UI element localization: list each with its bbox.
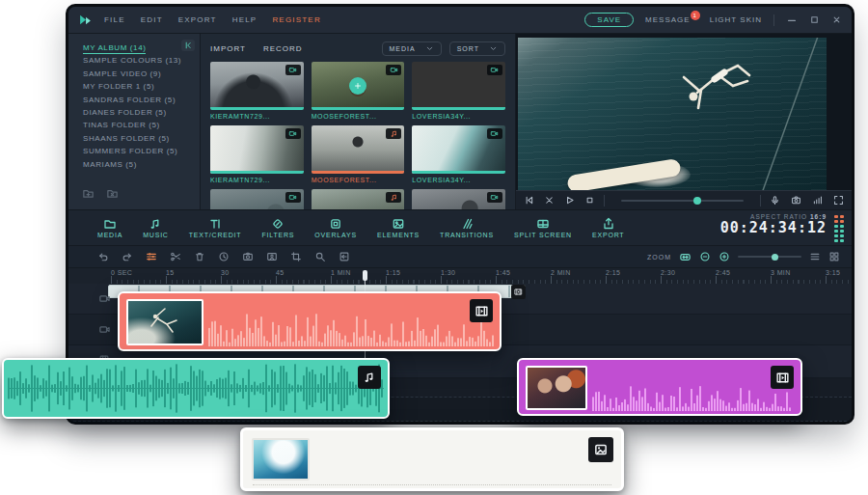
tab-music[interactable]: MUSIC <box>143 217 169 238</box>
media-item-name: MOOSEFOREST... <box>312 113 405 120</box>
menu-edit[interactable]: EDIT <box>141 15 163 24</box>
camera-badge-icon <box>285 192 301 203</box>
media-thumbnail <box>312 125 405 174</box>
grid-view-button[interactable] <box>828 251 840 262</box>
ruler-label-8: 2 MIN <box>551 269 571 276</box>
playhead-handle[interactable] <box>363 270 367 281</box>
motion-button[interactable] <box>266 251 278 262</box>
sidebar-item-3[interactable]: MY FOLDER 1 (5) <box>83 80 200 93</box>
zoom-in-button[interactable] <box>719 251 730 262</box>
media-item-5[interactable]: LOVERSIA34Y... <box>412 125 505 183</box>
media-item-1[interactable]: MOOSEFOREST... <box>312 62 405 120</box>
sidebar-item-2[interactable]: SAMPLE VIDEO (9) <box>83 68 200 80</box>
adjust-button[interactable] <box>146 251 157 262</box>
sidebar-item-4[interactable]: SANDRAS FOLDER (5) <box>83 94 200 106</box>
snapshot-button[interactable] <box>791 195 801 206</box>
zoom-handle[interactable] <box>772 254 778 261</box>
crop-button[interactable] <box>290 251 302 262</box>
scrub-slider[interactable] <box>621 200 744 202</box>
tab-filters[interactable]: FILTERS <box>261 217 294 238</box>
media-item-2[interactable]: LOVERSIA34Y... <box>412 62 505 120</box>
sidebar-item-1[interactable]: SAMPLE COLOURS (13) <box>83 54 200 67</box>
zoom-out-button[interactable] <box>699 251 711 262</box>
media-item-7[interactable] <box>312 189 405 209</box>
delete-folder-button[interactable] <box>106 186 119 204</box>
media-thumbnail <box>210 189 304 209</box>
audio-waveform <box>592 386 791 411</box>
timeline-clip-video-main[interactable] <box>118 291 502 351</box>
media-item-4[interactable]: MOOSEFOREST... <box>312 125 405 183</box>
menu-export[interactable]: EXPORT <box>178 15 217 24</box>
play-button[interactable] <box>564 195 575 206</box>
ruler-label-3: 45 <box>276 269 285 276</box>
sidebar-item-9[interactable]: MARIAMS (5) <box>83 158 200 171</box>
video-clip-badge-icon <box>771 366 794 389</box>
tab-transitions[interactable]: TRANSITIONS <box>440 217 494 238</box>
scrub-handle[interactable] <box>693 197 701 205</box>
tab-media[interactable]: MEDIA <box>97 217 122 238</box>
audio-meter-icon <box>834 215 844 242</box>
zoom-tool-button[interactable] <box>314 251 326 262</box>
list-view-button[interactable] <box>809 251 821 262</box>
camera-badge-icon <box>487 65 502 75</box>
message-button[interactable]: MESSAGE 1 <box>645 15 698 24</box>
menu-help[interactable]: HELP <box>232 15 258 24</box>
timeline-ruler[interactable]: 0 SEC1530451 MIN1:151:301:452 MIN2:152:3… <box>68 267 852 284</box>
tab-overlays[interactable]: OVERLAYS <box>314 217 357 238</box>
tab-elements[interactable]: ELEMENTS <box>377 217 420 238</box>
menu-file[interactable]: FILE <box>104 15 125 24</box>
sort-dropdown[interactable]: SORT <box>449 41 505 56</box>
filmstrip-icon <box>511 285 526 299</box>
sidebar-item-6[interactable]: TINAS FOLDER (5) <box>83 119 200 131</box>
fit-timeline-button[interactable] <box>679 251 692 263</box>
timeline-clip-audio-main[interactable] <box>2 358 390 419</box>
tab-label: TEXT/CREDIT <box>189 232 242 238</box>
save-button[interactable]: SAVE <box>584 13 634 27</box>
redo-button[interactable] <box>122 251 133 262</box>
add-folder-button[interactable] <box>82 186 95 204</box>
clock-button[interactable] <box>218 251 230 262</box>
zoom-slider[interactable] <box>738 256 801 258</box>
record-button[interactable]: RECORD <box>263 44 303 53</box>
timeline-clip-video-second[interactable] <box>517 358 802 416</box>
scissors-button[interactable] <box>170 251 181 262</box>
maximize-button[interactable] <box>809 14 820 25</box>
collapse-sidebar-button[interactable] <box>181 40 195 51</box>
mic-button[interactable] <box>770 195 780 206</box>
skip-start-button[interactable] <box>524 195 534 206</box>
sidebar-item-5[interactable]: DIANES FOLDER (5) <box>83 106 200 119</box>
tab-split-screen[interactable]: SPLIT SCREEN <box>514 217 572 238</box>
sidebar-item-7[interactable]: SHAANS FOLDER (5) <box>83 132 200 145</box>
undo-button[interactable] <box>97 251 109 262</box>
import-button[interactable]: IMPORT <box>210 44 246 53</box>
close-button[interactable] <box>831 14 842 25</box>
media-item-0[interactable]: KIERAMTN729... <box>210 62 304 120</box>
light-skin-button[interactable]: LIGHT SKIN <box>710 15 762 24</box>
split-x-button[interactable] <box>544 195 555 206</box>
video-clip-badge-icon <box>470 299 493 322</box>
media-item-3[interactable]: KIERAMTN729... <box>210 125 304 183</box>
snapshot-button[interactable] <box>242 251 254 262</box>
app-logo-icon <box>78 13 93 27</box>
minimize-button[interactable] <box>786 14 798 26</box>
video-track-icon[interactable] <box>98 292 111 305</box>
trash-button[interactable] <box>194 251 205 262</box>
split-screen-icon <box>536 217 550 231</box>
music-badge-icon <box>386 128 401 139</box>
media-item-6[interactable] <box>210 189 304 209</box>
add-to-timeline-button[interactable] <box>349 77 366 95</box>
sidebar-item-8[interactable]: SUMMERS FOLDER (5) <box>83 145 200 157</box>
tab-export[interactable]: EXPORT <box>592 217 624 238</box>
message-badge: 1 <box>691 11 700 20</box>
menu-register[interactable]: REGISTER <box>272 15 321 24</box>
sidebar-item-label: MY FOLDER 1 (5) <box>83 82 154 91</box>
fullscreen-button[interactable] <box>833 195 844 206</box>
timeline-clip-image[interactable] <box>240 427 624 491</box>
pan-button[interactable] <box>339 251 350 262</box>
video-track-icon[interactable] <box>98 323 111 336</box>
tab-text-credit[interactable]: TEXT/CREDIT <box>189 217 242 238</box>
stop-button[interactable] <box>584 195 595 206</box>
volume-button[interactable] <box>812 195 823 206</box>
media-filter-dropdown[interactable]: MEDIA <box>382 41 442 56</box>
media-item-8[interactable] <box>412 189 505 209</box>
